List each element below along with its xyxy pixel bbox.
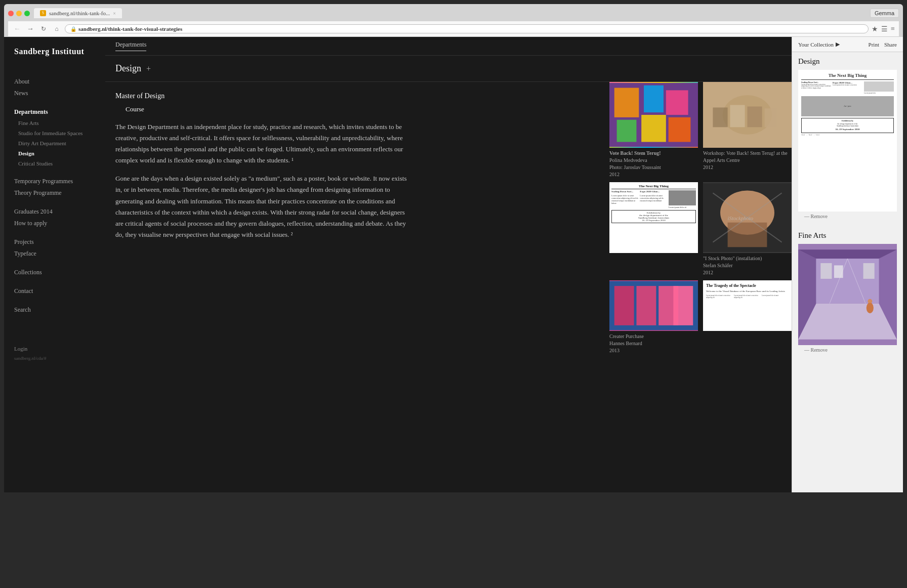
sidebar-item-how-to-apply[interactable]: How to apply [14,218,95,229]
refresh-button[interactable]: ↻ [38,24,49,34]
sidebar-item-projects[interactable]: Projects [14,237,95,247]
right-panel-fine-arts-image[interactable] [798,244,897,345]
media-item-creater: Creater Purchase Hannes Bernard 2013 [609,280,698,354]
article-paragraph-1: The Design Department is an independent … [115,121,409,166]
creater-caption: Creater Purchase Hannes Bernard 2013 [609,333,698,354]
sidebar-nav: About News Departments Fine Arts Studio … [14,76,95,315]
sidebar-item-critical-studies[interactable]: Critical Studies [14,159,95,168]
sidebar-item-fine-arts[interactable]: Fine Arts [14,118,95,128]
reader-icon[interactable]: ☰ [881,25,888,33]
top-nav: Departments [105,37,792,56]
gemma-button[interactable]: Gemma [870,9,899,18]
sidebar-item-dirty-art[interactable]: Dirty Art Department [14,139,95,148]
close-dot[interactable] [8,11,14,16]
svg-rect-1 [614,88,639,117]
sidebar-item-news[interactable]: News [14,88,95,99]
svg-rect-4 [617,120,637,142]
vote-back-caption: Vote Back! Stem Terug! Polina Medvedeva … [609,150,698,178]
svg-point-36 [868,299,872,304]
article-content: Master of Design Course The Design Depar… [105,82,599,492]
content-area: Departments Design + Master of Design Co… [105,37,792,492]
collection-label: Your Collection ▶ [798,41,840,48]
share-button[interactable]: Share [884,41,897,48]
tab-favicon: S [40,10,46,16]
course-label: Course [126,105,589,113]
svg-rect-23 [673,286,693,325]
fine-arts-remove-link[interactable]: — Remove [798,345,897,355]
content-header: Design + [105,56,792,82]
svg-point-35 [867,303,874,313]
media-item-workshop: Workshop: Vote Back! Stem Terug! at the … [703,82,792,178]
media-row-2: The Next Big Thing Scaling Down Soci... … [609,182,792,276]
site-logo[interactable]: Sandberg Instituut [14,47,95,56]
media-row-3: Creater Purchase Hannes Bernard 2013 The… [609,280,792,354]
creater-purchase-image[interactable] [609,280,698,331]
content-body: Master of Design Course The Design Depar… [105,82,792,492]
media-item-istock: iStockphoto "I Stock Photo" (installatio… [703,182,792,276]
sidebar-item-contact[interactable]: Contact [14,286,95,297]
forward-button[interactable]: → [25,24,35,34]
sidebar-item-theory-programme[interactable]: Theory Programme [14,188,95,198]
home-button[interactable]: ⌂ [52,24,62,34]
print-button[interactable]: Print [869,41,879,48]
article-body: The Design Department is an independent … [115,121,409,240]
section-title: Master of Design [115,92,589,100]
star-icon[interactable]: ★ [872,25,878,33]
design-remove-link[interactable]: — Remove [798,212,897,221]
sidebar-item-departments[interactable]: Departments [14,107,95,117]
svg-rect-32 [820,263,832,279]
page-title: Design [115,63,141,74]
minimize-dot[interactable] [16,11,22,16]
address-bar[interactable]: 🔒 sandberg.nl/think-tank-for-visual-stra… [65,24,869,33]
back-button[interactable]: ← [12,24,22,34]
media-item-tragedy: The Tragedy of the Spectacle Welcome to … [703,280,792,354]
media-item-vote-back: Vote Back! Stem Terug! Polina Medvedeva … [609,82,698,178]
svg-rect-5 [641,115,666,142]
top-nav-departments[interactable]: Departments [115,41,146,51]
media-column: Vote Back! Stem Terug! Polina Medvedeva … [599,82,792,492]
svg-rect-34 [863,263,875,279]
status-bar-url: sandberg.nl/cda/# [14,356,95,361]
sidebar-item-graduates[interactable]: Graduates 2014 [14,206,95,217]
istock-image[interactable]: iStockphoto [703,182,792,253]
tragedy-image[interactable]: The Tragedy of the Spectacle Welcome to … [703,280,792,331]
right-panel-design-title: Design [798,57,897,66]
svg-rect-20 [614,286,634,325]
tab-title: sandberg.nl/think-tank-fo... [49,10,110,16]
menu-icon[interactable]: ≡ [891,25,895,33]
right-panel-fine-arts-title: Fine Arts [798,231,897,240]
right-panel-fine-arts-section: Fine Arts [792,226,903,360]
article-paragraph-2: Gone are the days when a design existed … [115,173,409,240]
browser-toolbar: ← → ↻ ⌂ 🔒 sandberg.nl/think-tank-for-vis… [8,21,899,37]
svg-rect-10 [730,105,745,128]
browser-tab[interactable]: S sandberg.nl/think-tank-fo... × [34,8,122,18]
sidebar-item-collections[interactable]: Collections [14,267,95,278]
istock-caption: "I Stock Photo" (installation) Stefan Sc… [703,255,792,276]
vote-back-image[interactable] [609,82,698,148]
sidebar-item-temporary-programmes[interactable]: Temporary Programmes [14,176,95,187]
right-panel-design-section: Design The Next Big Thing Scaling Down S… [792,52,903,226]
svg-rect-2 [644,86,664,112]
right-panel: Your Collection ▶ Print Share Design The… [792,37,903,492]
newspaper-image[interactable]: The Next Big Thing Scaling Down Soci... … [609,182,698,253]
login-link[interactable]: Login [14,346,95,352]
sidebar-item-typeface[interactable]: Typeface [14,248,95,259]
svg-rect-12 [765,108,777,127]
sidebar-item-studio[interactable]: Studio for Immediate Spaces [14,129,95,138]
right-panel-design-image[interactable]: The Next Big Thing Scaling Down Soci... … [798,70,897,212]
maximize-dot[interactable] [24,11,30,16]
media-item-newspaper: The Next Big Thing Scaling Down Soci... … [609,182,698,276]
collection-title: Your Collection [798,41,834,48]
workshop-image[interactable] [703,82,792,148]
svg-rect-21 [636,286,656,325]
tab-close-button[interactable]: × [113,11,116,16]
svg-rect-3 [666,90,688,115]
sidebar-item-design[interactable]: Design [14,149,95,158]
sidebar-item-search[interactable]: Search [14,305,95,315]
ssl-lock-icon: 🔒 [70,26,76,32]
url-text[interactable]: sandberg.nl/think-tank-for-visual-strate… [78,26,182,32]
svg-rect-33 [834,265,843,278]
play-icon[interactable]: ▶ [836,41,840,48]
add-button[interactable]: + [146,64,151,73]
sidebar-item-about[interactable]: About [14,76,95,87]
